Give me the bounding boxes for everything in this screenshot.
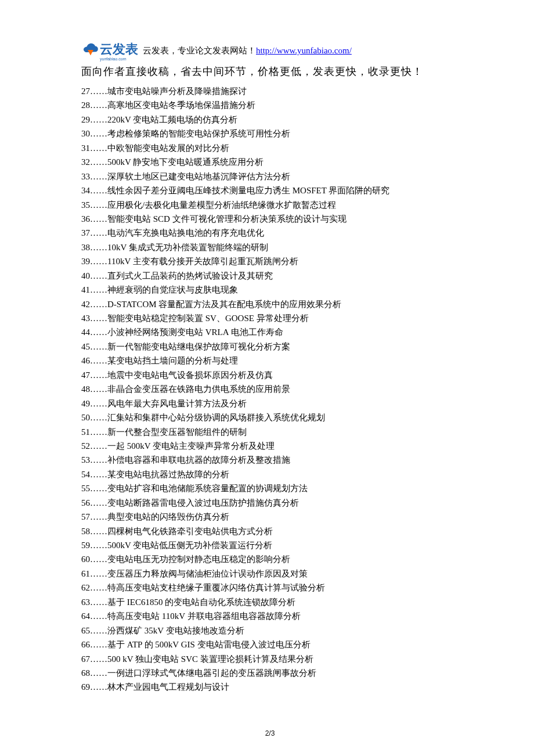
item-title: 10kV 集成式无功补偿装置智能终端的研制 [107, 243, 268, 252]
item-title: 智能变电站稳定控制装置 SV、GOOSE 异常处理分析 [107, 314, 309, 323]
list-item: 63……基于 IEC61850 的变电站自动化系统连锁故障分析 [81, 595, 459, 609]
item-title: 一例进口浮球式气体继电器引起的变压器跳闸事故分析 [107, 668, 316, 678]
item-number: 53 [81, 455, 90, 465]
item-number: 34 [81, 186, 90, 195]
item-title: 500kV 静安地下变电站暖通系统应用分析 [107, 157, 264, 167]
item-title: 110kV 主变有载分接开关故障引起重瓦斯跳闸分析 [107, 257, 298, 266]
item-number: 33 [81, 172, 90, 181]
list-item: 46……某变电站挡土墙问题的分析与处理 [81, 354, 459, 368]
item-number: 50 [81, 413, 90, 422]
item-title: 220kV 变电站工频电场的仿真分析 [107, 115, 237, 124]
item-dots: …… [90, 455, 107, 465]
list-item: 43……智能变电站稳定控制装置 SV、GOOSE 异常处理分析 [81, 311, 459, 325]
item-dots: …… [90, 129, 107, 138]
item-number: 30 [81, 129, 90, 138]
item-title: 应用极化/去极化电量差模型分析油纸绝缘微水扩散暂态过程 [107, 200, 336, 210]
list-item: 35……应用极化/去极化电量差模型分析油纸绝缘微水扩散暂态过程 [81, 198, 459, 212]
item-title: 线性余因子差分亚阈电压峰技术测量电应力诱生 MOSFET 界面陷阱的研究 [107, 186, 389, 195]
item-dots: …… [90, 583, 107, 592]
list-item: 38……10kV 集成式无功补偿装置智能终端的研制 [81, 240, 459, 254]
item-number: 46 [81, 356, 90, 365]
item-dots: …… [90, 399, 107, 408]
header-link[interactable]: http://www.yunfabiao.com/ [256, 46, 352, 55]
item-dots: …… [90, 257, 107, 266]
item-number: 67 [81, 654, 90, 664]
item-number: 60 [81, 555, 90, 564]
item-title: D-STATCOM 容量配置方法及其在配电系统中的应用效果分析 [107, 300, 341, 309]
item-title: 电动汽车充换电站换电池的有序充电优化 [107, 228, 264, 237]
item-title: 新一代智能变电站继电保护故障可视化分析方案 [107, 342, 290, 351]
item-dots: …… [90, 172, 107, 181]
article-list: 27……城市变电站噪声分析及降噪措施探讨28……高寒地区变电站冬季场地保温措施分… [81, 84, 459, 694]
item-dots: …… [90, 569, 107, 578]
list-item: 45……新一代智能变电站继电保护故障可视化分析方案 [81, 340, 459, 354]
page-number: 2/3 [81, 729, 459, 737]
item-number: 44 [81, 327, 90, 337]
item-dots: …… [90, 484, 107, 493]
list-item: 41……神經衰弱的自觉症状与皮肤电现象 [81, 283, 459, 297]
item-dots: …… [90, 441, 107, 451]
item-number: 64 [81, 611, 90, 621]
item-title: 考虑检修策略的智能变电站保护系统可用性分析 [107, 129, 290, 138]
list-item: 40……直列式火工品装药的热烤试验设计及其研究 [81, 269, 459, 283]
list-item: 44……小波神经网络预测变电站 VRLA 电池工作寿命 [81, 325, 459, 339]
item-number: 28 [81, 100, 90, 110]
item-dots: …… [90, 498, 107, 507]
list-item: 59……500kV 变电站低压侧无功补偿装置运行分析 [81, 538, 459, 552]
item-number: 38 [81, 243, 90, 252]
item-title: 500 kV 独山变电站 SVC 装置理论损耗计算及结果分析 [107, 654, 313, 664]
logo-text: 云发表 [100, 41, 138, 58]
item-title: 林木产业园电气工程规划与设计 [107, 682, 229, 692]
item-title: 某变电站挡土墙问题的分析与处理 [107, 356, 238, 365]
item-title: 一起 500kV 变电站主变噪声异常分析及处理 [107, 441, 275, 451]
cloud-icon [81, 42, 100, 60]
list-item: 60……变电站电压无功控制对静态电压稳定的影响分析 [81, 552, 459, 566]
item-title: 风电年最大弃风电量计算方法及分析 [107, 399, 247, 408]
item-dots: …… [90, 200, 107, 210]
list-item: 30……考虑检修策略的智能变电站保护系统可用性分析 [81, 127, 459, 141]
item-title: 变压器压力释放阀与储油柜油位计误动作原因及对策 [107, 569, 308, 578]
item-number: 40 [81, 271, 90, 280]
item-number: 54 [81, 470, 90, 479]
item-dots: …… [90, 541, 107, 550]
item-dots: …… [90, 668, 107, 678]
item-number: 29 [81, 115, 90, 124]
item-dots: …… [90, 640, 107, 649]
item-title: 四棵树电气化铁路牵引变电站供电方式分析 [107, 527, 273, 536]
list-item: 50……汇集站和集群中心站分级协调的风场群接入系统优化规划 [81, 411, 459, 424]
item-number: 31 [81, 143, 90, 153]
list-item: 57……典型变电站的闪络毁伤仿真分析 [81, 510, 459, 524]
item-title: 补偿电容器和串联电抗器的故障分析及整改措施 [107, 455, 290, 465]
item-dots: …… [90, 427, 107, 437]
item-title: 中欧智能变电站发展的对比分析 [107, 143, 229, 153]
item-number: 56 [81, 498, 90, 507]
list-item: 34……线性余因子差分亚阈电压峰技术测量电应力诱生 MOSFET 界面陷阱的研究 [81, 183, 459, 197]
item-dots: …… [90, 413, 107, 422]
item-dots: …… [90, 115, 107, 124]
document-page: 云发表 yunfabiao.com 云发表，专业论文发表网站！http://ww… [0, 0, 534, 756]
list-item: 28……高寒地区变电站冬季场地保温措施分析 [81, 98, 459, 112]
item-number: 35 [81, 200, 90, 210]
item-dots: …… [90, 285, 107, 294]
item-dots: …… [90, 654, 107, 664]
list-item: 52……一起 500kV 变电站主变噪声异常分析及处理 [81, 439, 459, 453]
item-number: 68 [81, 668, 90, 678]
item-title: 某变电站电抗器过热故障的分析 [107, 470, 229, 479]
list-item: 54……某变电站电抗器过热故障的分析 [81, 467, 459, 481]
item-title: 城市变电站噪声分析及降噪措施探讨 [107, 87, 247, 96]
item-title: 小波神经网络预测变电站 VRLA 电池工作寿命 [107, 327, 283, 337]
list-item: 61……变压器压力释放阀与储油柜油位计误动作原因及对策 [81, 567, 459, 581]
item-dots: …… [90, 243, 107, 252]
item-dots: …… [90, 555, 107, 564]
item-number: 39 [81, 257, 90, 266]
list-item: 53……补偿电容器和串联电抗器的故障分析及整改措施 [81, 453, 459, 467]
item-number: 47 [81, 370, 90, 380]
item-title: 非晶合金变压器在铁路电力供电系统的应用前景 [107, 384, 290, 394]
item-dots: …… [90, 228, 107, 237]
item-title: 基于 ATP 的 500kV GIS 变电站雷电侵入波过电压分析 [107, 640, 311, 649]
item-dots: …… [90, 271, 107, 280]
list-item: 32……500kV 静安地下变电站暖通系统应用分析 [81, 155, 459, 169]
item-number: 42 [81, 300, 90, 309]
item-dots: …… [90, 370, 107, 380]
list-item: 36……智能变电站 SCD 文件可视化管理和分析决策系统的设计与实现 [81, 212, 459, 226]
